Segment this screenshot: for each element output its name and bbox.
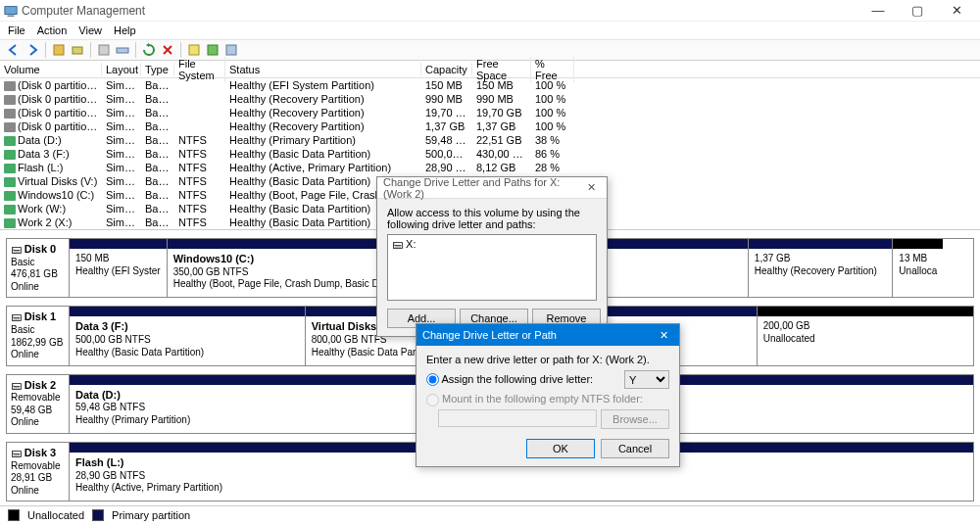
dialog2-desc: Enter a new drive letter or path for X: … xyxy=(426,354,669,365)
partition[interactable]: 1,37 GBHealthy (Recovery Partition) xyxy=(748,239,893,297)
forward-icon[interactable] xyxy=(24,42,40,58)
col-type[interactable]: Type xyxy=(141,63,174,76)
menu-action[interactable]: Action xyxy=(37,24,68,36)
back-icon[interactable] xyxy=(6,42,22,58)
volume-icon xyxy=(4,191,16,201)
volume-icon xyxy=(4,205,16,215)
radio-mount-folder[interactable]: Mount in the following empty NTFS folder… xyxy=(426,393,643,405)
svg-rect-2 xyxy=(54,45,64,55)
partition[interactable]: 200,00 GBUnallocated xyxy=(757,307,973,364)
radio-assign-label: Assign the following drive letter: xyxy=(441,373,593,385)
volume-row[interactable]: Flash (L:)SimpleBasicNTFSHealthy (Active… xyxy=(0,161,980,174)
svg-rect-5 xyxy=(117,48,128,53)
dialog1-paths-list[interactable]: 🖴 X: xyxy=(387,234,597,301)
volume-row[interactable]: Data (D:)SimpleBasicNTFSHealthy (Primary… xyxy=(0,133,980,147)
disk-info: 🖴 Disk 2Removable59,48 GBOnline xyxy=(7,375,70,433)
tool-icon-1[interactable] xyxy=(51,42,67,58)
close-button[interactable]: ✕ xyxy=(937,1,976,21)
volume-row[interactable]: Data 3 (F:)SimpleBasicNTFSHealthy (Basic… xyxy=(0,147,980,161)
volume-icon xyxy=(4,109,16,119)
col-pctfree[interactable]: % Free xyxy=(531,57,574,82)
ok-button[interactable]: OK xyxy=(526,439,595,458)
volume-row[interactable]: (Disk 0 partition 6)SimpleBasicHealthy (… xyxy=(0,106,980,119)
disk-info: 🖴 Disk 1Basic1862,99 GBOnline xyxy=(7,307,70,364)
partition[interactable]: 150 MBHealthy (EFI Syster xyxy=(70,239,167,297)
menu-file[interactable]: File xyxy=(8,24,25,36)
menubar: File Action View Help xyxy=(0,22,980,39)
partition[interactable]: Data 3 (F:)500,00 GB NTFSHealthy (Basic … xyxy=(70,307,305,364)
disk-icon: 🖴 xyxy=(11,243,22,255)
menu-help[interactable]: Help xyxy=(114,24,136,36)
col-capacity[interactable]: Capacity xyxy=(421,63,472,76)
drive-icon: 🖴 xyxy=(392,238,406,250)
volume-row[interactable]: (Disk 0 partition 7)SimpleBasicHealthy (… xyxy=(0,119,980,133)
app-icon xyxy=(4,4,18,18)
legend: Unallocated Primary partition xyxy=(0,505,980,524)
dialog1-title: Change Drive Letter and Paths for X: (Wo… xyxy=(383,176,581,200)
tool-icon-7[interactable] xyxy=(223,42,239,58)
mount-path-input xyxy=(438,409,597,427)
dialog1-close-icon[interactable]: ✕ xyxy=(581,181,601,194)
disk-icon: 🖴 xyxy=(11,379,22,391)
volume-icon xyxy=(4,136,16,146)
volume-row[interactable]: (Disk 0 partition 5)SimpleBasicHealthy (… xyxy=(0,92,980,106)
volume-icon xyxy=(4,164,16,173)
svg-rect-7 xyxy=(208,45,218,55)
disk-info: 🖴 Disk 3Removable28,91 GBOnline xyxy=(7,443,70,501)
volume-icon xyxy=(4,150,16,160)
radio-mount-label: Mount in the following empty NTFS folder… xyxy=(442,393,643,405)
window-titlebar: Computer Management — ▢ ✕ xyxy=(0,0,980,22)
svg-rect-3 xyxy=(73,47,82,54)
volume-icon xyxy=(4,95,16,105)
volume-icon xyxy=(4,218,16,228)
disk-icon: 🖴 xyxy=(11,310,22,322)
legend-swatch-primary xyxy=(92,509,104,521)
maximize-button[interactable]: ▢ xyxy=(898,1,937,21)
col-filesystem[interactable]: File System xyxy=(174,57,225,82)
col-volume[interactable]: Volume xyxy=(0,63,102,76)
col-freespace[interactable]: Free Space xyxy=(472,57,531,82)
window-title: Computer Management xyxy=(22,4,858,18)
delete-icon[interactable] xyxy=(160,42,175,58)
change-letter-dialog: Change Drive Letter or Path ✕ Enter a ne… xyxy=(416,323,680,467)
legend-primary: Primary partition xyxy=(112,509,190,521)
tool-icon-2[interactable] xyxy=(70,42,85,58)
dialog2-title: Change Drive Letter or Path xyxy=(422,329,654,341)
svg-rect-6 xyxy=(189,45,199,55)
dialog2-titlebar[interactable]: Change Drive Letter or Path ✕ xyxy=(416,324,679,346)
radio-assign-letter[interactable]: Assign the following drive letter: xyxy=(426,373,593,387)
refresh-icon[interactable] xyxy=(141,42,157,58)
svg-rect-8 xyxy=(226,45,236,55)
volume-list-header[interactable]: Volume Layout Type File System Status Ca… xyxy=(0,61,980,78)
disk-info: 🖴 Disk 0Basic476,81 GBOnline xyxy=(7,239,70,297)
dialog1-desc: Allow access to this volume by using the… xyxy=(387,207,597,230)
partition[interactable]: 13 MBUnalloca xyxy=(892,239,943,297)
menu-view[interactable]: View xyxy=(78,24,102,36)
tool-icon-3[interactable] xyxy=(96,42,112,58)
col-layout[interactable]: Layout xyxy=(102,63,141,76)
svg-rect-1 xyxy=(8,15,15,17)
volume-icon xyxy=(4,122,16,132)
legend-swatch-unallocated xyxy=(8,509,20,521)
svg-rect-0 xyxy=(5,6,17,14)
volume-icon xyxy=(4,81,16,91)
browse-button: Browse... xyxy=(601,409,669,429)
minimize-button[interactable]: — xyxy=(858,1,898,21)
disk-icon: 🖴 xyxy=(11,447,22,458)
dialog1-entry[interactable]: X: xyxy=(406,238,416,250)
change-paths-dialog: Change Drive Letter and Paths for X: (Wo… xyxy=(376,176,608,337)
drive-letter-select[interactable]: Y xyxy=(624,370,669,389)
svg-rect-4 xyxy=(99,45,109,55)
volume-row[interactable]: (Disk 0 partition 1)SimpleBasicHealthy (… xyxy=(0,78,980,92)
dialog1-titlebar[interactable]: Change Drive Letter and Paths for X: (Wo… xyxy=(377,177,607,199)
dialog2-close-icon[interactable]: ✕ xyxy=(654,329,673,342)
cancel-button[interactable]: Cancel xyxy=(601,439,669,458)
volume-icon xyxy=(4,177,16,187)
legend-unallocated: Unallocated xyxy=(27,509,84,521)
tool-icon-4[interactable] xyxy=(115,42,130,58)
col-status[interactable]: Status xyxy=(225,63,421,76)
